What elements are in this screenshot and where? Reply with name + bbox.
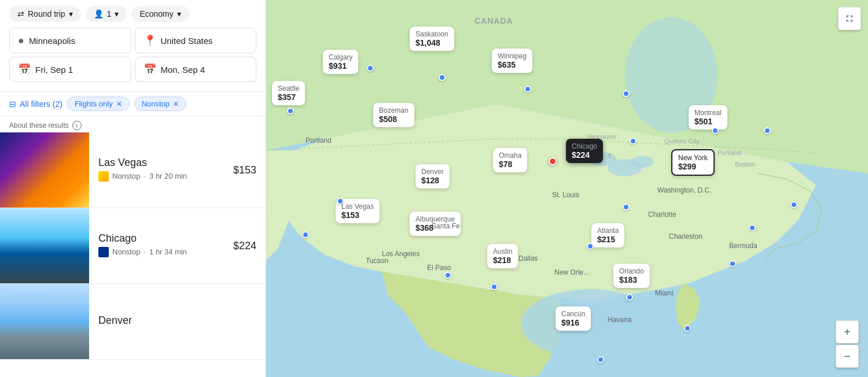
neworleans-label: New Orle...: [554, 268, 589, 276]
map-dot-19[interactable]: [287, 108, 294, 114]
passengers-chevron-icon: ▾: [115, 9, 119, 19]
map-city-orlando: Orlando: [619, 267, 644, 275]
map-dot-18[interactable]: [302, 231, 309, 238]
result-card-chicago[interactable]: Chicago Nonstop · 1 hr 34 min $224: [0, 208, 266, 284]
map-dot-14[interactable]: [684, 325, 691, 332]
depart-date-input[interactable]: 📅 Fri, Sep 1: [9, 57, 131, 82]
map-city-denver: Denver: [421, 168, 444, 176]
map-price-calgary: $931: [329, 61, 352, 71]
map-label-chicago[interactable]: Chicago $224: [566, 139, 603, 163]
elpaso-label: El Paso: [427, 264, 451, 272]
result-flight-info-las-vegas: Nonstop · 3 hr 20 min: [98, 171, 224, 182]
map-dot-17[interactable]: [337, 198, 344, 205]
map-dot-4[interactable]: [623, 90, 630, 97]
map-label-atlanta[interactable]: Atlanta $215: [591, 223, 624, 247]
result-flight-info-chicago: Nonstop · 1 hr 34 min: [98, 247, 224, 257]
info-icon[interactable]: i: [72, 121, 82, 130]
nonstop-label: Nonstop: [142, 99, 170, 108]
trip-type-chevron-icon: ▾: [69, 9, 73, 19]
map-price-cancun: $916: [561, 318, 585, 327]
location-row: ● Minneapolis 📍 United States: [9, 28, 256, 53]
map-dot-15[interactable]: [491, 283, 498, 290]
map-dot-11[interactable]: [790, 201, 797, 208]
class-label: Economy: [139, 9, 173, 19]
map-label-calgary[interactable]: Calgary $931: [323, 50, 358, 74]
origin-input[interactable]: ● Minneapolis: [9, 28, 131, 53]
filter-sliders-icon: ⊟: [9, 99, 16, 109]
map-label-saskatoon[interactable]: Saskatoon $1,048: [410, 27, 454, 51]
map-city-newyork: New York: [678, 154, 708, 162]
map-label-seattle[interactable]: Seattle $357: [272, 81, 305, 105]
all-filters-button[interactable]: ⊟ All filters (2): [9, 97, 62, 111]
map-price-chicago: $224: [572, 150, 597, 160]
canada-map-label: CANADA: [475, 16, 513, 25]
passengers-button[interactable]: 👤 1 ▾: [86, 6, 127, 22]
map-city-saskatoon: Saskatoon: [415, 30, 448, 38]
nonstop-close-icon[interactable]: ✕: [173, 100, 179, 108]
map-label-bozeman[interactable]: Bozeman $508: [373, 103, 414, 127]
person-icon: 👤: [94, 9, 104, 19]
return-date-input[interactable]: 📅 Mon, Sep 4: [135, 57, 257, 82]
charlotte-label: Charlotte: [648, 210, 676, 219]
map-dot-1[interactable]: [439, 74, 446, 81]
map-city-cancun: Cancún: [561, 310, 585, 318]
map-dot-8[interactable]: [623, 204, 630, 210]
destination-input[interactable]: 📍 United States: [135, 28, 257, 53]
map-city-austin: Austin: [493, 247, 512, 256]
map-dot-9[interactable]: [587, 243, 594, 250]
map-city-montreal: Montreal: [694, 109, 722, 117]
origin-dot-icon: ●: [18, 35, 24, 47]
dallas-label: Dallas: [518, 254, 538, 263]
map-dot-6[interactable]: [764, 127, 771, 134]
search-options-row: ⇄ Round trip ▾ 👤 1 ▾ Economy ▾: [9, 6, 256, 22]
trip-type-button[interactable]: ⇄ Round trip ▾: [9, 6, 81, 22]
result-duration-chicago: 1 hr 34 min: [149, 247, 187, 256]
map-dot-13[interactable]: [626, 294, 633, 301]
flights-only-chip[interactable]: Flights only ✕: [67, 97, 130, 111]
map-dot-10[interactable]: [749, 224, 756, 231]
result-card-denver[interactable]: Denver: [0, 284, 266, 360]
map-city-omaha: Omaha: [499, 151, 521, 160]
return-date-value: Mon, Sep 4: [161, 65, 205, 75]
search-fields: ● Minneapolis 📍 United States 📅 Fri, Sep…: [9, 28, 256, 82]
result-card-las-vegas[interactable]: Las Vegas Nonstop · 3 hr 20 min $153: [0, 132, 266, 208]
stlouis-label: St. Louis: [552, 191, 579, 199]
map-label-winnipeg[interactable]: Winnipeg $635: [492, 49, 532, 73]
flights-only-close-icon[interactable]: ✕: [116, 100, 122, 108]
top-bar: ⇄ Round trip ▾ 👤 1 ▾ Economy ▾ ● Minneap…: [0, 0, 266, 92]
map-label-newyork[interactable]: New York $299: [671, 149, 715, 176]
map-city-bozeman: Bozeman: [379, 106, 409, 114]
result-info-las-vegas: Las Vegas Nonstop · 3 hr 20 min: [89, 149, 233, 192]
map-dot-12[interactable]: [729, 260, 736, 267]
map-label-austin[interactable]: Austin $218: [487, 244, 518, 268]
map-price-lasvegas: $153: [341, 210, 374, 220]
nonstop-chip[interactable]: Nonstop ✕: [134, 97, 186, 111]
results-header-text: About these results: [9, 121, 69, 130]
origin-dot: [549, 157, 557, 165]
map-city-lasvegas: Las Vegas: [341, 202, 374, 210]
map-price-atlanta: $215: [597, 235, 619, 244]
map-dot-16[interactable]: [444, 272, 451, 279]
map-dot-3[interactable]: [367, 65, 374, 72]
map-label-montreal[interactable]: Montreal $501: [689, 105, 727, 130]
map-price-bozeman: $508: [379, 114, 409, 124]
united-airline-icon: [98, 247, 109, 257]
map-label-denver[interactable]: Denver $128: [415, 164, 450, 188]
result-info-denver: Denver: [89, 306, 266, 337]
zoom-in-button[interactable]: +: [836, 320, 859, 343]
map-dot-2[interactable]: [524, 86, 531, 93]
map-price-austin: $218: [493, 256, 512, 265]
class-button[interactable]: Economy ▾: [131, 6, 189, 22]
map-label-omaha[interactable]: Omaha $78: [493, 148, 527, 172]
map-dot-5[interactable]: [712, 127, 719, 134]
fullscreen-button[interactable]: [838, 7, 861, 30]
zoom-out-button[interactable]: −: [836, 345, 859, 368]
map-label-cancun[interactable]: Cancún $916: [556, 306, 591, 331]
result-city-denver: Denver: [98, 315, 256, 327]
result-info-chicago: Chicago Nonstop · 1 hr 34 min: [89, 224, 233, 268]
map-dot-7[interactable]: [630, 138, 637, 145]
map-controls: + −: [836, 320, 859, 368]
map-label-orlando[interactable]: Orlando $183: [613, 264, 650, 288]
map-dot-20[interactable]: [597, 356, 604, 363]
return-calendar-icon: 📅: [144, 63, 156, 76]
